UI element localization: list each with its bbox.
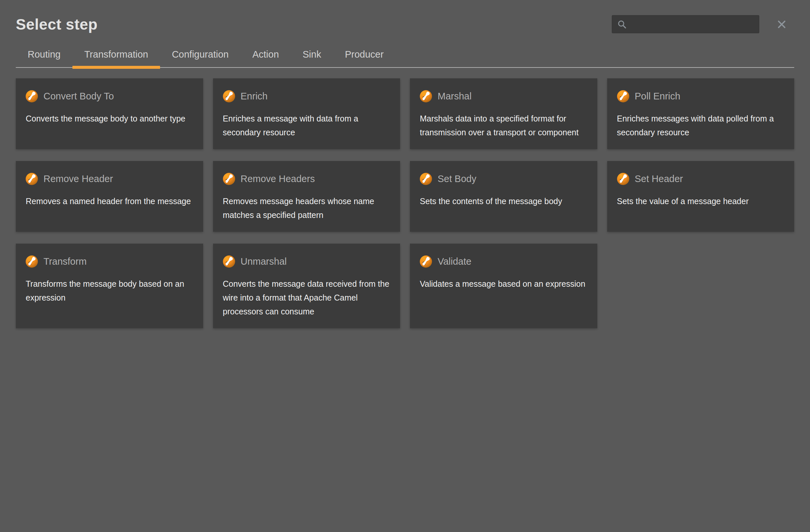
step-title: Marshal (438, 91, 471, 102)
step-description: Converts the message data received from … (223, 277, 390, 318)
step-card-header: Transform (26, 256, 193, 268)
step-card-poll-enrich[interactable]: Poll EnrichEnriches messages with data p… (607, 78, 795, 149)
tab-routing[interactable]: Routing (16, 46, 72, 67)
camel-icon (223, 173, 235, 185)
step-card-remove-headers[interactable]: Remove HeadersRemoves message headers wh… (213, 161, 400, 232)
step-card-enrich[interactable]: EnrichEnriches a message with data from … (213, 78, 400, 149)
step-card-header: Validate (420, 256, 587, 268)
step-title: Unmarshal (241, 256, 287, 267)
step-card-remove-header[interactable]: Remove HeaderRemoves a named header from… (16, 161, 203, 232)
tab-label: Routing (28, 49, 61, 60)
step-title: Enrich (241, 91, 268, 102)
step-card-header: Convert Body To (26, 90, 193, 102)
step-description: Converts the message body to another typ… (26, 112, 193, 126)
tab-label: Sink (303, 49, 321, 60)
tab-label: Transformation (84, 49, 148, 60)
step-description: Sets the contents of the message body (420, 194, 587, 208)
step-description: Removes a named header from the message (26, 194, 193, 208)
tab-label: Configuration (172, 49, 229, 60)
step-description: Enriches a message with data from a seco… (223, 112, 390, 139)
dialog-header: Select step (0, 0, 810, 33)
tab-label: Producer (345, 49, 384, 60)
step-description: Sets the value of a message header (617, 194, 785, 208)
tab-transformation[interactable]: Transformation (72, 46, 160, 67)
camel-icon (223, 90, 235, 102)
tabs: RoutingTransformationConfigurationAction… (16, 46, 794, 68)
step-card-validate[interactable]: ValidateValidates a message based on an … (410, 244, 597, 328)
step-description: Enriches messages with data polled from … (617, 112, 785, 139)
step-title: Validate (438, 256, 471, 267)
step-description: Removes message headers whose name match… (223, 194, 390, 222)
step-title: Set Body (438, 174, 476, 184)
step-grid: Convert Body ToConverts the message body… (16, 78, 794, 328)
step-description: Transforms the message body based on an … (26, 277, 193, 305)
step-card-convert-body-to[interactable]: Convert Body ToConverts the message body… (16, 78, 203, 149)
search-box (612, 15, 759, 33)
step-title: Poll Enrich (635, 91, 681, 102)
step-card-transform[interactable]: TransformTransforms the message body bas… (16, 244, 203, 328)
camel-icon (617, 90, 629, 102)
tab-sink[interactable]: Sink (291, 46, 333, 67)
search-input[interactable] (612, 15, 759, 33)
tab-configuration[interactable]: Configuration (160, 46, 241, 67)
tab-label: Action (252, 49, 279, 60)
tab-producer[interactable]: Producer (333, 46, 395, 67)
camel-icon (617, 173, 629, 185)
step-title: Set Header (635, 174, 683, 184)
step-title: Remove Header (44, 174, 113, 184)
camel-icon (420, 256, 432, 268)
step-card-header: Remove Headers (223, 173, 390, 185)
step-card-header: Poll Enrich (617, 90, 785, 102)
step-card-header: Marshal (420, 90, 587, 102)
step-card-header: Unmarshal (223, 256, 390, 268)
tab-action[interactable]: Action (240, 46, 291, 67)
step-card-header: Remove Header (26, 173, 193, 185)
camel-icon (26, 90, 38, 102)
camel-icon (26, 256, 38, 268)
page-title: Select step (16, 15, 612, 33)
step-card-marshal[interactable]: MarshalMarshals data into a specified fo… (410, 78, 597, 149)
step-card-header: Set Body (420, 173, 587, 185)
camel-icon (26, 173, 38, 185)
step-card-set-body[interactable]: Set BodySets the contents of the message… (410, 161, 597, 232)
step-description: Marshals data into a specified format fo… (420, 112, 587, 139)
step-title: Remove Headers (241, 174, 315, 184)
camel-icon (223, 256, 235, 268)
camel-icon (420, 90, 432, 102)
close-button[interactable] (775, 17, 789, 32)
step-card-set-header[interactable]: Set HeaderSets the value of a message he… (607, 161, 795, 232)
step-title: Transform (44, 256, 86, 267)
step-card-unmarshal[interactable]: UnmarshalConverts the message data recei… (213, 244, 400, 328)
camel-icon (420, 173, 432, 185)
close-icon (777, 20, 786, 29)
step-card-header: Enrich (223, 90, 390, 102)
step-description: Validates a message based on an expressi… (420, 277, 587, 291)
step-title: Convert Body To (44, 91, 114, 102)
step-card-header: Set Header (617, 173, 785, 185)
